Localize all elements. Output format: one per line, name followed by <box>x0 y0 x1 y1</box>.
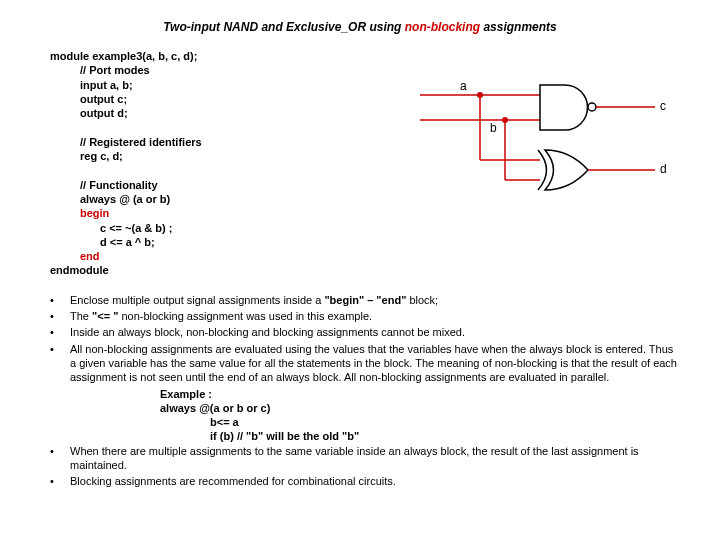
example-line-3: if (b) // "b" will be the old "b" <box>160 429 680 443</box>
label-a: a <box>460 79 467 93</box>
example-line-1: always @(a or b or c) <box>160 401 680 415</box>
example-line-2: b<= a <box>160 415 680 429</box>
page-title: Two-input NAND and Exclusive_OR using no… <box>40 20 680 34</box>
code-module: module example3(a, b, c, d); <box>50 49 680 63</box>
svg-point-8 <box>588 103 596 111</box>
note-6: Blocking assignments are recommended for… <box>40 474 680 488</box>
code-endmodule: endmodule <box>50 263 680 277</box>
label-b: b <box>490 121 497 135</box>
code-stmt-d: d <= a ^ b; <box>50 235 680 249</box>
title-highlight: non-blocking <box>405 20 480 34</box>
label-c: c <box>660 99 666 113</box>
notes-section: Enclose multiple output signal assignmen… <box>40 293 680 489</box>
note-1: Enclose multiple output signal assignmen… <box>40 293 680 307</box>
label-d: d <box>660 162 667 176</box>
circuit-diagram: a b c d <box>420 70 680 200</box>
example-block: Example : always @(a or b or c) b<= a if… <box>40 387 680 444</box>
note-5: When there are multiple assignments to t… <box>40 444 680 473</box>
example-label: Example : <box>160 387 680 401</box>
title-prefix: Two-input NAND and Exclusive_OR using <box>163 20 405 34</box>
note-3: Inside an always block, non-blocking and… <box>40 325 680 339</box>
code-end: end <box>50 249 680 263</box>
code-stmt-c: c <= ~(a & b) ; <box>50 221 680 235</box>
note-2: The "<= " non-blocking assignment was us… <box>40 309 680 323</box>
title-suffix: assignments <box>480 20 557 34</box>
note-4: All non-blocking assignments are evaluat… <box>40 342 680 385</box>
code-begin: begin <box>50 206 680 220</box>
